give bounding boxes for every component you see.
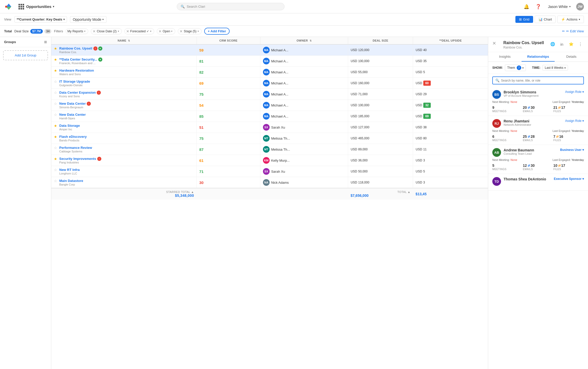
filter-chip-close-date[interactable]: ✕ Close Date (2) ▾ xyxy=(91,28,122,34)
name-cell[interactable]: ☆ Performance Review Cabbage Systems xyxy=(51,144,197,155)
tab-insights[interactable]: Insights xyxy=(488,52,522,62)
notifications-icon[interactable]: 🔔 xyxy=(522,3,531,11)
filter-chip-forecasted[interactable]: ✕ Forecasted ✓ ▾ xyxy=(124,28,154,34)
contact-card: AB Andrew Baumann Consulting Team Lead B… xyxy=(488,145,588,174)
deal-upside-cell: USD5 xyxy=(413,166,488,177)
name-cell[interactable]: ★ Rainbow Cos. Upsell Rainbow Cos. !● xyxy=(51,44,197,56)
assign-role-button[interactable]: Assign Role ▾ xyxy=(565,119,584,123)
add-group-button[interactable]: Add 1st Group xyxy=(3,50,48,60)
filter-chip-stage[interactable]: ✕ Stage (5) ▾ xyxy=(178,28,201,34)
star-icon[interactable]: ★ xyxy=(54,157,57,161)
table-row[interactable]: ☆ Data Center Expansion Kozey and Sons !… xyxy=(51,89,488,100)
star-icon[interactable]: ☆ xyxy=(54,179,57,183)
chip-close-icon[interactable]: ✕ xyxy=(159,29,162,33)
table-row[interactable]: ★ Data Storage Amper Inc 51 SX Sarah Xu … xyxy=(51,122,488,133)
star-icon[interactable]: ⭐ xyxy=(567,41,575,48)
star-icon[interactable]: ★ xyxy=(54,69,57,73)
tab-details[interactable]: Details xyxy=(555,52,588,62)
assign-role-button[interactable]: Assign Role ▾ xyxy=(565,90,584,94)
star-icon[interactable]: ★ xyxy=(54,46,57,51)
table-row[interactable]: ☆ New RT Infra Longhorn LLC 71 SX Sarah … xyxy=(51,166,488,177)
chip-close-icon[interactable]: ✕ xyxy=(180,29,183,33)
filters-label: Filters xyxy=(54,29,63,33)
actions-button[interactable]: ⚡ Actions ▾ xyxy=(557,16,584,23)
table-row[interactable]: ☆ Main Datastore Bangle Corp 30 NA Nick … xyxy=(51,177,488,188)
user-menu[interactable]: Jason White ▾ xyxy=(546,4,573,10)
app-logo[interactable] xyxy=(4,2,13,11)
col-deal-size[interactable]: DEAL SIZE xyxy=(348,37,413,44)
name-cell[interactable]: ☆ Data Center Expansion Kozey and Sons ! xyxy=(51,89,197,100)
filter-chip-open[interactable]: ✕ Open ▾ xyxy=(157,28,175,34)
time-dropdown[interactable]: Last 8 Weeks ▾ xyxy=(542,65,568,71)
world-icon[interactable]: 🌐 xyxy=(549,41,556,48)
star-icon[interactable]: ☆ xyxy=(54,113,57,117)
company-name: Gulgowski-Osinski xyxy=(59,84,90,87)
table-row[interactable]: ★ Hardware Restoration Waters and Sons 8… xyxy=(51,67,488,78)
total-label: Total xyxy=(4,29,12,33)
edit-view-button[interactable]: ✏ ✏ Edit View xyxy=(562,29,584,33)
owner-avatar: SX xyxy=(263,168,270,175)
contacts-search-input[interactable] xyxy=(501,79,581,82)
more-options-icon[interactable]: ⋮ xyxy=(577,41,584,48)
user-menu-caret: ▾ xyxy=(569,5,571,8)
star-icon[interactable]: ☆ xyxy=(54,146,57,150)
star-icon[interactable]: ★ xyxy=(54,124,57,128)
star-icon[interactable]: ☆ xyxy=(54,80,57,84)
star-icon[interactable]: ★ xyxy=(54,57,57,62)
contacts-search[interactable]: 🔍 xyxy=(492,76,584,84)
opportunity-name: Data Storage xyxy=(59,124,80,128)
col-name[interactable]: NAME ⇅ xyxy=(51,37,197,44)
view-selector[interactable]: **Current Quarter: Key Deals ▾ xyxy=(14,16,67,23)
table-row[interactable]: ★ Security Improvements Pang Industries … xyxy=(51,155,488,166)
name-cell[interactable]: ☆ IT Storage Upgrade Gulgowski-Osinski xyxy=(51,78,197,89)
star-icon[interactable]: ★ xyxy=(54,135,57,139)
col-crm-score[interactable]: CRM SCORE xyxy=(197,37,260,44)
layout-icon[interactable]: ⊞ xyxy=(44,40,47,44)
filter-chip-my-reports[interactable]: My Reports ▾ xyxy=(66,28,88,34)
table-row[interactable]: ☆ New Data Center Hamill-Sipes 85 MA Mic… xyxy=(51,111,488,122)
owner-cell: SX Sarah Xu xyxy=(260,166,348,177)
role-selector[interactable]: Executive Sponsor ▾ xyxy=(554,177,584,181)
panel-subtitle: Rainbow Cos. xyxy=(503,46,544,49)
grid-view-button[interactable]: ⊞ Grid xyxy=(515,16,533,23)
name-cell[interactable]: ☆ New RT Infra Longhorn LLC xyxy=(51,166,197,177)
table-row[interactable]: ☆ IT Storage Upgrade Gulgowski-Osinski 6… xyxy=(51,78,488,89)
deal-size-cell: USD120,000 xyxy=(348,44,413,56)
name-cell[interactable]: ★ Flash eDiscovery Bando Products xyxy=(51,133,197,144)
show-dropdown[interactable]: Them 7 ▾ xyxy=(505,64,526,71)
linkedin-icon[interactable]: in xyxy=(558,41,565,48)
name-cell[interactable]: ★ **Data Center Security... Franecki, Ro… xyxy=(51,56,197,67)
star-icon[interactable]: ☆ xyxy=(54,168,57,172)
name-cell[interactable]: ☆ New Data Center Hamill-Sipes xyxy=(51,111,197,122)
tab-relationships[interactable]: Relationships xyxy=(522,52,555,62)
chip-chevron: ▾ xyxy=(118,30,119,33)
role-selector[interactable]: Business User ▾ xyxy=(560,148,584,152)
help-icon[interactable]: ❓ xyxy=(534,3,542,11)
table-row[interactable]: ★ Rainbow Cos. Upsell Rainbow Cos. !● 59… xyxy=(51,44,488,56)
contact-stats: 5 MEETINGS 12 ⇄ 30 EMAILS 10 ⇄ 17 FILES xyxy=(492,163,584,171)
name-cell[interactable]: ★ Data Storage Amper Inc xyxy=(51,122,197,133)
star-icon[interactable]: ☆ xyxy=(54,91,57,95)
chip-close-icon[interactable]: ✕ xyxy=(126,29,129,33)
star-icon[interactable]: ☆ xyxy=(54,102,57,106)
chart-view-button[interactable]: 📊 Chart xyxy=(535,16,556,23)
table-row[interactable]: ★ **Data Center Security... Franecki, Ro… xyxy=(51,56,488,67)
col-deal-upside[interactable]: **DEAL UPSIDE xyxy=(413,37,488,44)
app-selector[interactable]: Opportunities ▾ xyxy=(16,3,56,11)
table-row[interactable]: ☆ New Data Center Simonis-Bergnaum ! 54 … xyxy=(51,100,488,111)
add-filter-button[interactable]: + Add Filter xyxy=(204,28,230,35)
deal-upside-cell: USD80 xyxy=(413,133,488,144)
table-row[interactable]: ☆ Performance Review Cabbage Systems 87 … xyxy=(51,144,488,155)
col-owner[interactable]: OWNER ⇅ xyxy=(260,37,348,44)
name-cell[interactable]: ☆ New Data Center Simonis-Bergnaum ! xyxy=(51,100,197,111)
table-row[interactable]: ★ Flash eDiscovery Bando Products 75 MT … xyxy=(51,133,488,144)
current-view-name: **Current Quarter: Key Deals xyxy=(17,17,62,21)
mode-selector[interactable]: Opportunity Mode ▾ xyxy=(70,16,106,23)
chip-close-icon[interactable]: ✕ xyxy=(93,29,96,33)
global-search[interactable]: 🔍 Search Clari xyxy=(177,3,285,10)
avatar[interactable]: JW xyxy=(576,3,584,11)
close-panel-button[interactable]: ✕ xyxy=(492,41,496,46)
name-cell[interactable]: ☆ Main Datastore Bangle Corp xyxy=(51,177,197,188)
name-cell[interactable]: ★ Hardware Restoration Waters and Sons xyxy=(51,67,197,78)
name-cell[interactable]: ★ Security Improvements Pang Industries … xyxy=(51,155,197,166)
